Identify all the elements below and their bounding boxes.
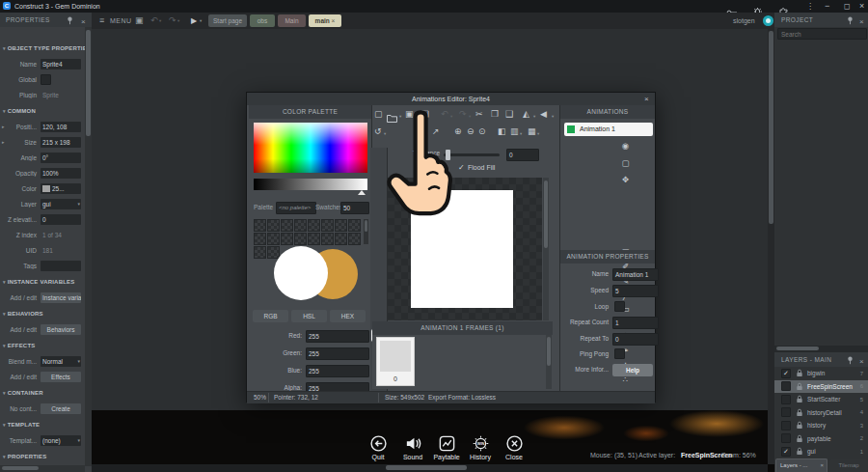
- layout-vscrollbar[interactable]: [768, 29, 774, 464]
- tab-tilemap[interactable]: Tilemap: [829, 459, 868, 472]
- duplicate-icon[interactable]: ❏: [421, 109, 429, 119]
- avatar[interactable]: [763, 15, 773, 26]
- help-button[interactable]: Help: [612, 364, 653, 376]
- rgb-mode-button[interactable]: RGB: [253, 310, 288, 322]
- menu-button[interactable]: MENU: [110, 17, 132, 24]
- global-checkbox[interactable]: [41, 74, 51, 85]
- behaviors-button[interactable]: Behaviors: [41, 324, 81, 335]
- save-caret-icon[interactable]: ▾: [415, 114, 417, 119]
- visibility-checkbox[interactable]: ✓: [781, 447, 791, 457]
- pan-tool-icon[interactable]: ✥: [619, 175, 632, 184]
- position-field[interactable]: 120, 108: [41, 122, 81, 132]
- close-tab-icon[interactable]: ×: [820, 459, 824, 472]
- game-close-button[interactable]: Close: [497, 434, 531, 460]
- swatches-count-field[interactable]: 50: [340, 202, 369, 214]
- lock-icon[interactable]: [796, 395, 803, 403]
- lock-icon[interactable]: [796, 408, 803, 417]
- close-dialog-icon[interactable]: ×: [644, 95, 649, 103]
- user-name[interactable]: slotgen: [733, 17, 755, 24]
- pin-icon[interactable]: [67, 15, 73, 30]
- invert-icon[interactable]: ◧: [498, 126, 506, 136]
- game-paytable-button[interactable]: Paytable: [429, 434, 464, 460]
- value-slider[interactable]: [254, 179, 367, 190]
- preview-tool-icon[interactable]: ◉: [619, 141, 632, 151]
- palette-select[interactable]: <no palette>: [276, 202, 316, 214]
- game-sound-button[interactable]: Sound: [395, 434, 430, 460]
- layer-row-gui[interactable]: ✓ gui1: [774, 445, 868, 458]
- rotate-icon[interactable]: ↺: [374, 126, 382, 136]
- tab-main-active[interactable]: main ×: [309, 14, 341, 27]
- layout-hscrollbar[interactable]: [92, 464, 768, 472]
- visibility-checkbox[interactable]: [781, 433, 791, 443]
- anim-name-field[interactable]: Animation 1: [612, 268, 659, 281]
- undo-caret-icon[interactable]: ▾: [159, 18, 161, 23]
- lock-icon[interactable]: [796, 421, 803, 430]
- crop-icon[interactable]: ◳: [416, 126, 424, 136]
- visibility-checkbox[interactable]: [781, 395, 791, 404]
- redo-caret-icon[interactable]: ▾: [469, 114, 471, 119]
- tags-field[interactable]: [41, 261, 81, 271]
- grid-icon[interactable]: ▦: [528, 126, 536, 136]
- name-field[interactable]: Sprite4: [41, 59, 81, 69]
- frame-thumbnail[interactable]: 0: [376, 337, 415, 386]
- open-caret-icon[interactable]: ▾: [399, 114, 401, 119]
- close-panel-icon[interactable]: ×: [859, 14, 864, 29]
- select-tool-icon[interactable]: ▢: [619, 158, 632, 168]
- resize-icon[interactable]: ↗: [432, 126, 440, 136]
- section-instance-variables[interactable]: ▾INSTANCE VARIABLES: [0, 273, 85, 290]
- effects-button[interactable]: Effects: [41, 372, 81, 382]
- game-quit-button[interactable]: Quit: [361, 434, 395, 460]
- section-object-type[interactable]: ▾OBJECT TYPE PROPERTIES: [0, 40, 85, 56]
- tolerance-field[interactable]: 0: [506, 149, 539, 161]
- animation-list-item[interactable]: Animation 1: [564, 123, 653, 136]
- layer-row-historydetail[interactable]: historyDetail4: [774, 406, 868, 420]
- play-icon[interactable]: ▶: [191, 16, 197, 25]
- section-properties[interactable]: ▾PROPERTIES: [0, 448, 85, 464]
- image-canvas[interactable]: [388, 178, 542, 320]
- blend-mode-select[interactable]: Normal▾: [41, 356, 81, 367]
- undo-icon[interactable]: ↶: [150, 15, 158, 25]
- undo-caret-icon[interactable]: ▾: [450, 114, 452, 119]
- section-container[interactable]: ▾CONTAINER: [0, 384, 85, 401]
- tolerance-slider[interactable]: [444, 153, 500, 156]
- kebab-menu-icon[interactable]: ⋮: [806, 2, 814, 11]
- properties-hscrollbar[interactable]: [0, 465, 85, 472]
- tab-start-page[interactable]: Start page: [208, 14, 247, 27]
- grid-caret-icon[interactable]: ▾: [537, 131, 539, 136]
- lock-icon[interactable]: [796, 434, 803, 443]
- color-swatch[interactable]: [42, 185, 50, 192]
- close-window-button[interactable]: ×: [859, 1, 864, 11]
- section-behaviors[interactable]: ▾BEHAVIORS: [0, 305, 85, 321]
- create-container-button[interactable]: Create: [41, 403, 81, 414]
- redo-icon[interactable]: ↷: [459, 109, 467, 119]
- cut-icon[interactable]: ✂: [475, 109, 483, 119]
- angle-field[interactable]: 0°: [41, 153, 81, 163]
- new-image-icon[interactable]: ▢: [374, 109, 383, 119]
- rotate-caret-icon[interactable]: ▾: [384, 131, 386, 136]
- repeat-to-field[interactable]: 0: [612, 333, 659, 346]
- canvas-vscrollbar[interactable]: [543, 178, 549, 320]
- zoom-out-icon[interactable]: ⊖: [467, 126, 475, 136]
- blue-field[interactable]: 255: [306, 365, 369, 377]
- flood-fill-checkbox[interactable]: ✓: [458, 163, 465, 172]
- opacity-field[interactable]: 100%: [41, 168, 81, 179]
- layer-row-history[interactable]: history3: [774, 419, 868, 432]
- template-select[interactable]: (none)▾: [41, 435, 81, 446]
- layer-row-startscatter[interactable]: StartScatter5: [774, 393, 868, 406]
- frames-vscrollbar[interactable]: [546, 335, 552, 389]
- onion-skin-icon[interactable]: ▥: [510, 126, 519, 136]
- properties-vscrollbar[interactable]: [85, 27, 92, 466]
- visibility-checkbox[interactable]: [781, 381, 791, 391]
- redo-caret-icon[interactable]: ▾: [177, 18, 179, 23]
- instance-variables-button[interactable]: Instance variables: [41, 292, 81, 303]
- loop-checkbox[interactable]: [614, 301, 625, 312]
- layer-select[interactable]: gui▾: [41, 199, 81, 209]
- onion-caret-icon[interactable]: ▾: [520, 131, 522, 136]
- hue-saturation-box[interactable]: [254, 123, 367, 173]
- undo-icon[interactable]: ↶: [441, 109, 448, 119]
- minimize-button[interactable]: −: [825, 1, 829, 11]
- tab-obs[interactable]: obs: [250, 14, 275, 27]
- visibility-checkbox[interactable]: [781, 407, 791, 417]
- hsl-mode-button[interactable]: HSL: [291, 310, 327, 322]
- section-effects[interactable]: ▾EFFECTS: [0, 337, 85, 353]
